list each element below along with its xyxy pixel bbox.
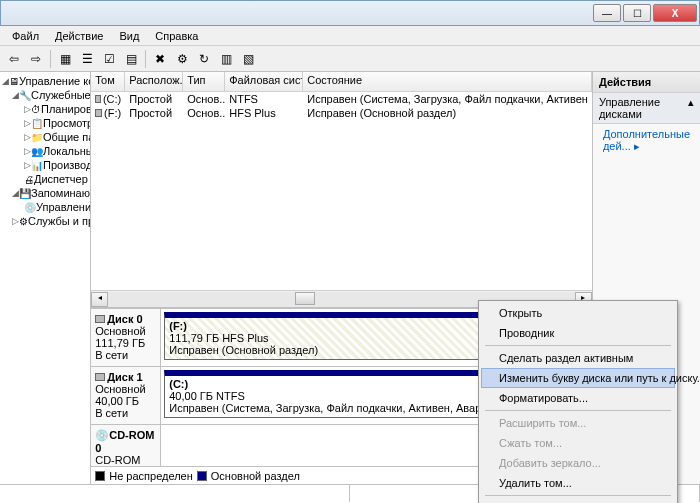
refresh-icon[interactable]: ↻ (194, 49, 214, 69)
tree-services[interactable]: ▷⚙Службы и приложения (2, 214, 88, 228)
ctx-mirror: Добавить зеркало... (481, 453, 675, 473)
menubar: Файл Действие Вид Справка (0, 26, 700, 46)
ctx-extend: Расширить том... (481, 413, 675, 433)
view-icon[interactable]: ☰ (77, 49, 97, 69)
minimize-button[interactable]: — (593, 4, 621, 22)
collapse-icon: ▴ (688, 96, 694, 120)
up-button[interactable]: ▦ (55, 49, 75, 69)
disk-icon (95, 373, 105, 381)
menu-file[interactable]: Файл (4, 28, 47, 44)
settings-icon[interactable]: ⚙ (172, 49, 192, 69)
ctx-format[interactable]: Форматировать... (481, 388, 675, 408)
col-status[interactable]: Состояние (303, 72, 592, 91)
tree-shared[interactable]: ▷📁Общие папки (2, 130, 88, 144)
extra-icon[interactable]: ▧ (238, 49, 258, 69)
list-icon[interactable]: ▤ (121, 49, 141, 69)
tree-devmgr[interactable]: 🖨Диспетчер устройств (2, 172, 88, 186)
legend-primary-box (197, 471, 207, 481)
list-row[interactable]: (F:) Простой Основ... HFS Plus Исправен … (91, 106, 592, 120)
list-row[interactable]: (C:) Простой Основ... NTFS Исправен (Сис… (91, 92, 592, 106)
col-type[interactable]: Тип (183, 72, 225, 91)
tree-systools[interactable]: ◢🔧Служебные программы (2, 88, 88, 102)
titlebar: — ☐ X (0, 0, 700, 26)
disk1-info[interactable]: Диск 1 Основной 40,00 ГБ В сети (91, 367, 161, 424)
col-volume[interactable]: Том (91, 72, 125, 91)
disk0-info[interactable]: Диск 0 Основной 111,79 ГБ В сети (91, 309, 161, 366)
ctx-props[interactable]: Свойства (481, 498, 675, 503)
disk-icon (95, 315, 105, 323)
cdrom-info[interactable]: 💿CD-ROM 0 CD-ROM (D:) Нет носителя (91, 425, 161, 466)
tree-events[interactable]: ▷📋Просмотр событий (2, 116, 88, 130)
legend-primary-label: Основной раздел (211, 470, 300, 482)
tree-users[interactable]: ▷👥Локальные пользовате (2, 144, 88, 158)
volume-icon (95, 95, 101, 103)
volume-list: (C:) Простой Основ... NTFS Исправен (Сис… (91, 92, 592, 290)
volume-list-header: Том Располож... Тип Файловая сист... Сос… (91, 72, 592, 92)
ctx-change-letter[interactable]: Изменить букву диска или путь к диску... (481, 368, 675, 388)
close-button[interactable]: X (653, 4, 697, 22)
ctx-open[interactable]: Открыть (481, 303, 675, 323)
forward-button[interactable]: ⇨ (26, 49, 46, 69)
chevron-right-icon: ▸ (634, 140, 640, 152)
legend-unalloc-box (95, 471, 105, 481)
toolbar: ⇦ ⇨ ▦ ☰ ☑ ▤ ✖ ⚙ ↻ ▥ ▧ (0, 46, 700, 72)
ctx-explorer[interactable]: Проводник (481, 323, 675, 343)
maximize-button[interactable]: ☐ (623, 4, 651, 22)
tree-storage[interactable]: ◢💾Запоминающие устройст (2, 186, 88, 200)
actions-group[interactable]: Управление дисками▴ (593, 93, 700, 124)
nav-tree: ◢🖥Управление компьютером (л ◢🔧Служебные … (0, 72, 91, 484)
volume-icon (95, 109, 102, 117)
layout-icon[interactable]: ▥ (216, 49, 236, 69)
props-icon[interactable]: ☑ (99, 49, 119, 69)
actions-title: Действия (593, 72, 700, 93)
ctx-shrink: Сжать том... (481, 433, 675, 453)
menu-action[interactable]: Действие (47, 28, 111, 44)
tree-diskmgmt[interactable]: 💿Управление дисками (2, 200, 88, 214)
col-layout[interactable]: Располож... (125, 72, 183, 91)
tree-scheduler[interactable]: ▷⏱Планировщик заданий (2, 102, 88, 116)
back-button[interactable]: ⇦ (4, 49, 24, 69)
tree-root[interactable]: ◢🖥Управление компьютером (л (2, 74, 88, 88)
delete-icon[interactable]: ✖ (150, 49, 170, 69)
menu-help[interactable]: Справка (147, 28, 206, 44)
tree-perf[interactable]: ▷📊Производительность (2, 158, 88, 172)
col-fs[interactable]: Файловая сист... (225, 72, 303, 91)
ctx-make-active[interactable]: Сделать раздел активным (481, 348, 675, 368)
menu-view[interactable]: Вид (111, 28, 147, 44)
scroll-thumb[interactable] (295, 292, 315, 305)
actions-more[interactable]: Дополнительные дей... ▸ (593, 124, 700, 157)
context-menu: Открыть Проводник Сделать раздел активны… (478, 300, 678, 503)
ctx-delete[interactable]: Удалить том... (481, 473, 675, 493)
legend-unalloc-label: Не распределен (109, 470, 193, 482)
scroll-left-button[interactable]: ◂ (91, 292, 108, 307)
